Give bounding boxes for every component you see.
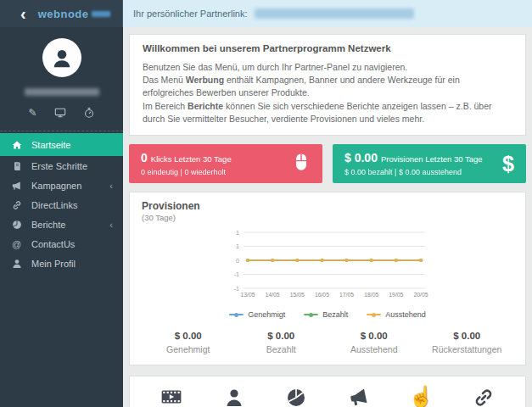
commissions-sub: $ 0.00 bezahlt | $ 0.00 ausstehend bbox=[344, 167, 483, 179]
shortcut-kampagnen[interactable]: Kampagnen bbox=[328, 384, 390, 407]
commissions-value: $ 0.00 bbox=[344, 151, 378, 164]
commissions-label: Provisionen Letzten 30 Tage bbox=[381, 154, 483, 164]
provisionen-panel: Provisionen (30 Tage) 110-1-113/0514/051… bbox=[129, 192, 526, 365]
dollar-icon: $ bbox=[502, 153, 514, 175]
shortcut-banner-links[interactable]: ☝ Banner & Links bbox=[390, 384, 453, 407]
submenu-chevron-icon: ‹ bbox=[109, 181, 113, 191]
collapse-sidebar-icon[interactable]: ‹ bbox=[20, 5, 26, 22]
legend-swatch-icon bbox=[367, 312, 381, 318]
chart-subtitle: (30 Tage) bbox=[142, 213, 513, 222]
stat-cards-row: 0Klicks Letzten 30 Tage 0 eindeutig | 0 … bbox=[129, 144, 526, 183]
sidebar-item-label: Mein Profil bbox=[31, 259, 76, 269]
profile-tools: ✎ bbox=[0, 107, 123, 119]
home-icon bbox=[11, 139, 22, 150]
clicks-card: 0Klicks Letzten 30 Tage 0 eindeutig | 0 … bbox=[129, 144, 322, 183]
sidebar-profile: ✎ bbox=[0, 27, 123, 119]
sidebar-item-mein-profil[interactable]: Mein Profil bbox=[0, 254, 123, 273]
svg-text:14/05: 14/05 bbox=[266, 292, 280, 298]
chart-title: Provisionen bbox=[142, 200, 513, 212]
sidebar-item-directlinks[interactable]: DirectLinks bbox=[0, 195, 123, 215]
svg-text:16/05: 16/05 bbox=[315, 292, 329, 298]
shortcut-tutorial-video[interactable]: Affiliate panel tutorial video bbox=[140, 384, 203, 407]
sidebar-menu: Startseite Erste Schritte Kampagnen ‹ D bbox=[0, 131, 123, 273]
logo-suffix-blur bbox=[92, 11, 110, 17]
clicks-sub: 0 eindeutig | 0 wiederholt bbox=[141, 167, 232, 179]
sidebar-item-label: Kampagnen bbox=[31, 181, 81, 191]
svg-text:1: 1 bbox=[236, 230, 239, 236]
stopwatch-icon[interactable] bbox=[83, 107, 95, 119]
svg-text:17/05: 17/05 bbox=[339, 292, 354, 298]
sidebar-item-startseite[interactable]: Startseite bbox=[0, 133, 123, 156]
hand-pointer-icon: ☝ bbox=[390, 384, 453, 407]
sidebar-item-kampagnen[interactable]: Kampagnen ‹ bbox=[0, 176, 123, 195]
main-content: Willkommen bei unserem Partnerprogramm N… bbox=[123, 27, 532, 407]
partner-link-value-blurred[interactable] bbox=[255, 8, 414, 19]
link-icon bbox=[11, 199, 22, 210]
provisionen-line-chart: 110-1-113/0514/0515/0516/0517/0518/0519/… bbox=[221, 226, 434, 309]
summary-ausstehend: $ 0.00Ausstehend bbox=[328, 331, 421, 354]
welcome-line-3: Im Bereich Berichte können Sie sich vers… bbox=[143, 100, 512, 125]
megaphone-icon bbox=[11, 180, 22, 191]
shortcut-directlinks[interactable]: DirectLinks ☝ bbox=[452, 384, 515, 407]
shortcut-mein-profil[interactable]: Mein Profil bbox=[203, 384, 266, 407]
sidebar-item-label: ContactUs bbox=[31, 239, 75, 249]
megaphone-icon bbox=[328, 384, 390, 407]
pie-chart-icon bbox=[11, 219, 22, 230]
sidebar-item-label: Erste Schritte bbox=[31, 161, 87, 171]
welcome-line-1: Benutzen Sie das Menü, um durch Ihr Part… bbox=[143, 61, 512, 74]
svg-text:-1: -1 bbox=[234, 271, 239, 277]
at-icon: @ bbox=[11, 238, 22, 249]
user-icon bbox=[11, 258, 22, 269]
sidebar-item-berichte[interactable]: Berichte ‹ bbox=[0, 215, 123, 234]
svg-text:15/05: 15/05 bbox=[290, 292, 305, 298]
affiliate-dashboard: ‹ webnode Ihr persönlicher Partnerlink: … bbox=[0, 0, 532, 407]
submenu-chevron-icon: ‹ bbox=[109, 220, 113, 230]
summary-bezahlt: $ 0.00Bezahlt bbox=[235, 331, 328, 354]
user-icon bbox=[203, 384, 266, 407]
svg-text:1: 1 bbox=[236, 243, 239, 249]
legend-item-bezahlt: Bezahlt bbox=[304, 310, 348, 319]
sidebar: ✎ Startseite Erste Schritte bbox=[0, 27, 123, 407]
welcome-title: Willkommen bei unserem Partnerprogramm N… bbox=[143, 43, 512, 53]
legend-item-ausstehend: Ausstehend bbox=[367, 310, 426, 319]
pencil-icon[interactable]: ✎ bbox=[28, 107, 36, 119]
commission-summary-row: $ 0.00Genehmigt $ 0.00Bezahlt $ 0.00Auss… bbox=[142, 329, 513, 358]
clicks-label: Klicks Letzten 30 Tage bbox=[151, 154, 232, 164]
top-bar-brand: ‹ webnode bbox=[0, 0, 123, 27]
welcome-panel: Willkommen bei unserem Partnerprogramm N… bbox=[129, 34, 526, 136]
link-icon bbox=[452, 384, 515, 407]
chart-area: 110-1-113/0514/0515/0516/0517/0518/0519/… bbox=[142, 226, 513, 309]
legend-swatch-icon bbox=[229, 312, 244, 318]
film-icon bbox=[140, 384, 203, 407]
sidebar-item-erste-schritte[interactable]: Erste Schritte bbox=[0, 156, 123, 176]
svg-text:18/05: 18/05 bbox=[364, 292, 378, 298]
sidebar-item-label: Startseite bbox=[31, 140, 70, 150]
svg-text:-1: -1 bbox=[234, 286, 239, 292]
svg-text:19/05: 19/05 bbox=[389, 292, 403, 298]
partner-link-label: Ihr persönlicher Partnerlink: bbox=[133, 8, 248, 19]
commissions-card: $ 0.00Provisionen Letzten 30 Tage $ 0.00… bbox=[333, 144, 526, 183]
mouse-icon bbox=[292, 153, 311, 175]
user-avatar-icon bbox=[49, 45, 75, 70]
monitor-icon[interactable] bbox=[54, 107, 66, 119]
clicks-value: 0 bbox=[141, 151, 148, 164]
book-icon bbox=[11, 160, 22, 171]
legend-swatch-icon bbox=[304, 312, 318, 318]
webnode-logo: webnode bbox=[38, 8, 89, 20]
svg-text:0: 0 bbox=[236, 258, 239, 264]
svg-text:20/05: 20/05 bbox=[413, 292, 428, 298]
username-blurred bbox=[25, 88, 99, 96]
shortcuts-panel: Affiliate panel tutorial video Mein Prof… bbox=[129, 376, 526, 407]
summary-rueckerstattungen: $ 0.00Rückerstattungen bbox=[421, 331, 514, 354]
legend-item-genehmigt: Genehmigt bbox=[229, 310, 285, 319]
svg-text:13/05: 13/05 bbox=[240, 292, 255, 298]
sidebar-item-contactus[interactable]: @ ContactUs bbox=[0, 234, 123, 254]
sidebar-item-label: DirectLinks bbox=[31, 200, 77, 210]
welcome-line-2: Das Menü Werbung enthält Kampagnen, Bann… bbox=[143, 74, 512, 99]
shortcut-berichte[interactable]: Berichte bbox=[265, 384, 328, 407]
pie-chart-icon bbox=[265, 384, 328, 407]
partner-link-bar: Ihr persönlicher Partnerlink: bbox=[123, 0, 532, 27]
sidebar-item-label: Berichte bbox=[31, 220, 65, 230]
top-bar: ‹ webnode Ihr persönlicher Partnerlink: bbox=[0, 0, 532, 27]
avatar bbox=[42, 38, 81, 77]
